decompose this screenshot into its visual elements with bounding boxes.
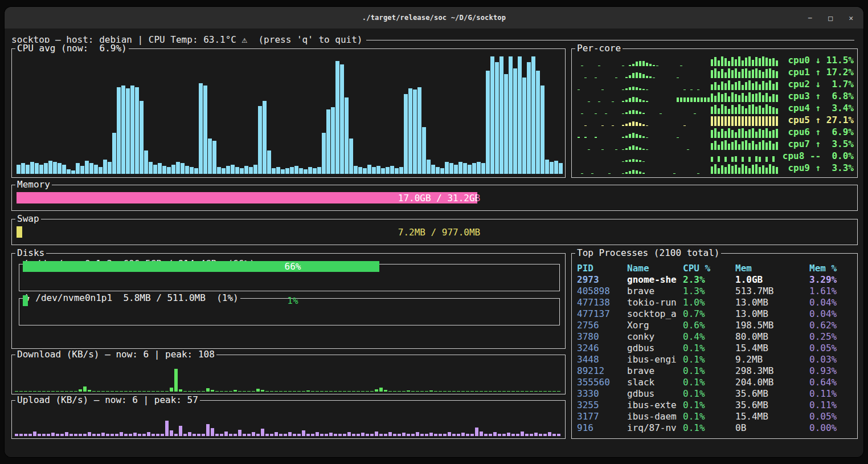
cell-pid: 89212 <box>577 365 627 377</box>
cell-name: Xorg <box>627 320 683 331</box>
cell-mem: 35.6MB <box>735 400 809 411</box>
process-row-3448: 3448ibus-engi0.1%9.2MB0.03% <box>577 354 855 365</box>
core-row-cpu1: cpu1 ↑ 17.2% <box>574 66 855 78</box>
cell-pid: 477138 <box>577 297 627 308</box>
cell-cpu-pct: 0.1% <box>683 388 735 400</box>
cell-cpu-pct: 0.1% <box>683 354 735 365</box>
disk-nvme0n1p1-panel: ϟ /dev/nvme0n1p1 5.8MB / 511.0MB (1%) 1%… <box>19 298 560 325</box>
cell-mem: 0B <box>735 422 809 434</box>
cell-mem: 15.4MB <box>735 343 809 354</box>
disk-nvme0n1p2-panel: ϟ /dev/nvme0n1p2 606.5GB / 914.4GB (66%)… <box>19 264 560 291</box>
core-sparkline-cpu5 <box>574 116 778 126</box>
disk-nvme0n1p2-gauge: 66%66% <box>23 261 563 272</box>
process-row-3255: 3255ibus-exte0.1%35.6MB0.11% <box>577 400 855 411</box>
cell-cpu-pct: 0.1% <box>683 400 735 411</box>
cell-pid: 405898 <box>577 286 627 297</box>
cell-mem: 80.0MB <box>735 331 809 343</box>
cell-mem: 13.0MB <box>735 297 809 308</box>
process-row-89212: 89212brave0.1%298.3MB0.93% <box>577 365 855 377</box>
swap-gauge-label-on-fill: 7.2MB / 977.0MB <box>17 226 22 238</box>
process-row-2973: 2973gnome-she2.3%1.0GB3.29% <box>577 274 855 286</box>
swap-gauge: 7.2MB / 977.0MB7.2MB / 977.0MB <box>17 226 862 238</box>
per-core-rows: cpu0 ↓ 11.5%cpu1 ↑ 17.2%cpu2 ↓ 1.7%cpu3 … <box>574 54 855 174</box>
core-sparkline-cpu9 <box>574 164 778 174</box>
cell-name: gdbus <box>627 388 683 400</box>
core-label-cpu1: cpu1 ↑ 17.2% <box>778 67 855 78</box>
status-rule <box>366 40 855 40</box>
cell-mem: 298.3MB <box>735 365 809 377</box>
cell-mem: 15.4MB <box>735 411 809 422</box>
cell-mem-pct: 0.64% <box>809 377 855 388</box>
swap-gauge-fill: 7.2MB / 977.0MB <box>17 226 22 238</box>
window-controls: − □ ✕ <box>808 7 853 29</box>
cell-name: gnome-she <box>627 274 683 286</box>
core-row-cpu3: cpu3 ↑ 6.8% <box>574 90 855 102</box>
cell-mem-pct: 0.04% <box>809 297 855 308</box>
cell-pid: 3255 <box>577 400 627 411</box>
disks-panel: Disks ϟ /dev/nvme0n1p2 606.5GB / 914.4GB… <box>11 253 566 349</box>
column-header-name: Name <box>627 263 683 274</box>
cell-name: conky <box>627 331 683 343</box>
cell-pid: 3780 <box>577 331 627 343</box>
disk-nvme0n1p2-gauge-label-on-fill: 66% <box>23 261 379 272</box>
cell-pid: 3246 <box>577 343 627 354</box>
core-sparkline-cpu6 <box>574 128 778 138</box>
memory-gauge: 17.0GB / 31.2GB17.0GB / 31.2GB <box>17 192 862 203</box>
cell-mem: 35.6MB <box>735 388 809 400</box>
process-row-477137: 477137socktop_a0.7%13.0MB0.04% <box>577 308 855 320</box>
status-row: socktop — host: debian | CPU Temp: 63.1°… <box>11 34 854 45</box>
cell-mem: 13.0MB <box>735 308 809 320</box>
cell-name: ibus-engi <box>627 354 683 365</box>
process-row-405898: 405898brave1.3%513.7MB1.61% <box>577 286 855 297</box>
cell-mem-pct: 3.29% <box>809 274 855 286</box>
desktop-background: ./target/release/soc ~/D/G/socktop − □ ✕… <box>0 0 868 464</box>
column-header-mem: Mem <box>735 263 809 274</box>
cpu-avg-panel: CPU avg (now: 6.9%) <box>11 48 566 178</box>
cell-cpu-pct: 0.1% <box>683 422 735 434</box>
process-table: PIDNameCPU %MemMem %2973gnome-she2.3%1.0… <box>577 263 855 434</box>
cell-pid: 2973 <box>577 274 627 286</box>
core-label-cpu5: cpu5 ↑ 27.1% <box>778 115 855 126</box>
cell-mem-pct: 0.05% <box>809 343 855 354</box>
minimize-icon[interactable]: − <box>808 14 813 22</box>
cell-cpu-pct: 0.1% <box>683 365 735 377</box>
core-row-cpu2: cpu2 ↓ 1.7% <box>574 78 855 90</box>
maximize-icon[interactable]: □ <box>828 14 833 22</box>
core-label-cpu0: cpu0 ↓ 11.5% <box>778 55 855 66</box>
process-row-916: 916irq/87-nv0.1%0B0.00% <box>577 422 855 434</box>
terminal-window: ./target/release/soc ~/D/G/socktop − □ ✕… <box>5 7 863 457</box>
terminal-content: socktop — host: debian | CPU Temp: 63.1°… <box>5 29 863 457</box>
core-sparkline-cpu8 <box>574 152 778 162</box>
cell-cpu-pct: 0.1% <box>683 411 735 422</box>
cell-name: irq/87-nv <box>627 422 683 434</box>
cell-cpu-pct: 2.3% <box>683 274 735 286</box>
cell-mem-pct: 0.62% <box>809 320 855 331</box>
core-label-cpu4: cpu4 ↑ 3.4% <box>778 103 855 114</box>
cell-mem: 204.0MB <box>735 377 809 388</box>
cell-mem-pct: 0.00% <box>809 422 855 434</box>
top-processes-panel: Top Processes (2100 total) PIDNameCPU %M… <box>571 253 858 439</box>
cell-pid: 355560 <box>577 377 627 388</box>
close-icon[interactable]: ✕ <box>849 14 853 22</box>
cell-mem: 9.2MB <box>735 354 809 365</box>
cell-name: brave <box>627 365 683 377</box>
disk-nvme0n1p2-gauge-fill: 66% <box>23 261 379 272</box>
core-sparkline-cpu2 <box>574 80 778 90</box>
cell-name: ibus-daem <box>627 411 683 422</box>
cell-mem-pct: 0.93% <box>809 365 855 377</box>
cell-cpu-pct: 0.6% <box>683 320 735 331</box>
swap-title: Swap <box>15 213 41 225</box>
cell-mem-pct: 0.11% <box>809 400 855 411</box>
process-row-3330: 3330gdbus0.1%35.6MB0.11% <box>577 388 855 400</box>
window-titlebar[interactable]: ./target/release/soc ~/D/G/socktop − □ ✕ <box>5 7 863 29</box>
disk-nvme0n1p1-gauge-label: 1% <box>23 295 563 306</box>
core-sparkline-cpu4 <box>574 104 778 114</box>
cell-mem-pct: 0.04% <box>809 308 855 320</box>
cell-mem: 198.5MB <box>735 320 809 331</box>
core-row-cpu6: cpu6 ↑ 6.9% <box>574 126 855 138</box>
cell-mem: 513.7MB <box>735 286 809 297</box>
disks-title: Disks <box>15 247 46 259</box>
cell-cpu-pct: 1.3% <box>683 286 735 297</box>
core-row-cpu4: cpu4 ↑ 3.4% <box>574 102 855 114</box>
core-sparkline-cpu0 <box>574 56 778 66</box>
